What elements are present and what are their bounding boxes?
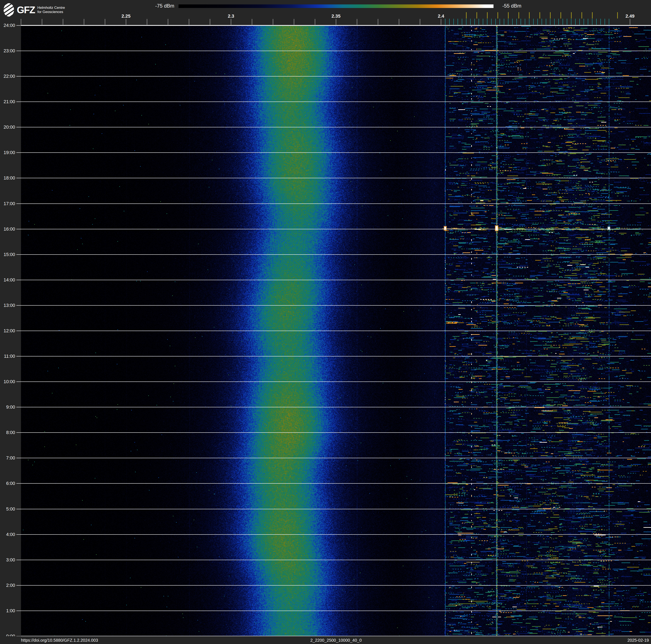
freq-minor-tick	[42, 19, 42, 25]
freq-minor-tick	[210, 19, 210, 25]
time-tick	[17, 101, 21, 102]
time-tick-label: 9:00	[0, 404, 15, 410]
wifi-channel-tick	[529, 12, 530, 19]
wifi-channel-tick	[508, 12, 508, 19]
time-tick-label: 12:00	[0, 328, 15, 333]
colorbar-min-label: -75 dBm	[155, 3, 174, 9]
time-tick-label: 22:00	[0, 74, 15, 79]
ble-channel-tick	[609, 19, 609, 25]
time-tick	[17, 534, 21, 535]
wifi-channel-tick	[519, 12, 519, 19]
ble-channel-tick	[445, 19, 445, 25]
gfz-subtitle-line1: Helmholtz Centre	[37, 6, 65, 10]
time-tick	[17, 611, 21, 611]
freq-minor-tick	[420, 19, 420, 25]
ble-channel-tick	[449, 19, 450, 25]
gfz-brand-text: GFZ	[17, 5, 35, 15]
time-tick	[17, 432, 21, 433]
ble-channel-tick	[529, 19, 529, 25]
time-tick-label: 4:00	[0, 532, 15, 537]
freq-minor-tick	[399, 19, 399, 25]
gfz-globe-icon	[3, 3, 14, 17]
freq-major-tick	[630, 19, 630, 25]
time-tick-label: 6:00	[0, 481, 15, 486]
time-tick	[17, 152, 21, 153]
ble-channel-tick	[546, 19, 546, 25]
time-tick	[17, 51, 21, 51]
ble-channel-tick	[584, 19, 584, 25]
freq-minor-tick	[378, 19, 378, 25]
freq-major-tick	[336, 19, 336, 25]
time-tick	[17, 280, 21, 280]
wifi-channel-tick	[550, 12, 551, 19]
spectrogram-canvas	[21, 25, 651, 636]
freq-minor-tick	[168, 19, 168, 25]
date-text: 2025-02-19	[627, 638, 649, 643]
freq-minor-tick	[252, 19, 252, 25]
time-tick	[17, 381, 21, 382]
wifi-channel-tick	[497, 12, 498, 19]
ble-channel-tick	[521, 19, 521, 25]
time-tick-label: 16:00	[0, 226, 15, 232]
ble-channel-tick	[533, 19, 534, 25]
time-tick-label: 20:00	[0, 124, 15, 130]
time-tick-label: 19:00	[0, 150, 15, 155]
ble-channel-tick	[579, 19, 580, 25]
wifi-channel-tick	[560, 12, 561, 19]
ble-channel-tick	[500, 19, 500, 25]
time-tick-label: 7:00	[0, 455, 15, 461]
ble-channel-tick	[504, 19, 504, 25]
wifi-channel-tick	[466, 12, 467, 19]
ble-channel-tick	[541, 19, 542, 25]
time-tick	[17, 76, 21, 77]
ble-channel-tick	[525, 19, 525, 25]
ble-channel-tick	[600, 19, 601, 25]
time-tick-label: 18:00	[0, 175, 15, 181]
ble-channel-tick	[592, 19, 592, 25]
ble-channel-tick	[567, 19, 567, 25]
time-tick	[17, 178, 21, 178]
ble-channel-tick	[537, 19, 538, 25]
time-tick-label: 10:00	[0, 379, 15, 384]
freq-major-tick	[126, 19, 126, 25]
freq-minor-tick	[294, 19, 294, 25]
ble-channel-tick	[596, 19, 597, 25]
ble-channel-tick	[458, 19, 458, 25]
ble-channel-tick	[454, 19, 454, 25]
ble-channel-tick	[558, 19, 559, 25]
freq-minor-tick	[105, 19, 105, 25]
ble-channel-tick	[517, 19, 517, 25]
wifi-channel-tick	[539, 12, 540, 19]
time-tick-label: 13:00	[0, 303, 15, 308]
gfz-subtitle: Helmholtz Centre for Geosciences	[37, 6, 65, 14]
freq-tick-label: 2.25	[122, 13, 131, 19]
freq-minor-tick	[84, 19, 84, 25]
freq-minor-tick	[357, 19, 357, 25]
gfz-subtitle-line2: for Geosciences	[37, 10, 65, 14]
ble-channel-tick	[483, 19, 483, 25]
ble-channel-tick	[487, 19, 488, 25]
time-tick-label: 2:00	[0, 583, 15, 588]
ble-channel-tick	[604, 19, 605, 25]
freq-major-tick	[441, 19, 441, 25]
wifi-channel-tick	[582, 12, 582, 19]
wifi-channel-tick	[592, 12, 593, 19]
freq-minor-tick	[21, 19, 21, 25]
time-tick	[17, 509, 21, 509]
freq-minor-tick	[63, 19, 63, 25]
ble-channel-tick	[470, 19, 471, 25]
time-tick	[17, 203, 21, 204]
time-tick-label: 3:00	[0, 557, 15, 563]
dataset-id-text: 2_2200_2500_10000_40_0	[310, 638, 362, 643]
ble-channel-tick	[588, 19, 588, 25]
freq-minor-tick	[189, 19, 189, 25]
footer-bar: https://doi.org/10.5880/GFZ.1.2.2024.003…	[0, 636, 651, 644]
time-tick-label: 11:00	[0, 354, 15, 359]
freq-minor-tick	[315, 19, 315, 25]
ble-channel-tick	[462, 19, 462, 25]
ble-channel-tick	[495, 19, 496, 25]
time-tick	[17, 585, 21, 586]
freq-minor-tick	[273, 19, 273, 25]
ble-channel-tick	[508, 19, 508, 25]
time-tick-label: 23:00	[0, 48, 15, 54]
